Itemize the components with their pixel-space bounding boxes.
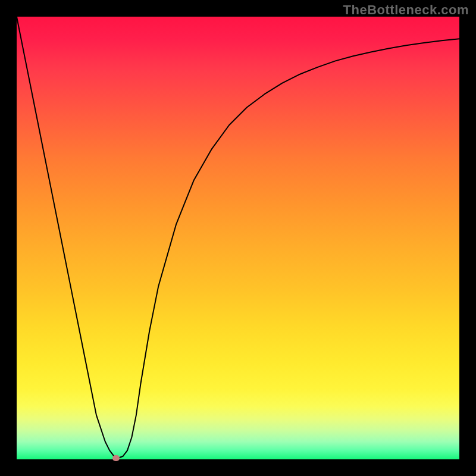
bottleneck-curve: [17, 17, 459, 458]
min-marker: [112, 455, 120, 461]
curve-layer: [17, 17, 459, 459]
plot-area: [17, 17, 459, 459]
chart-frame: TheBottleneck.com: [0, 0, 476, 476]
watermark-text: TheBottleneck.com: [343, 2, 469, 18]
